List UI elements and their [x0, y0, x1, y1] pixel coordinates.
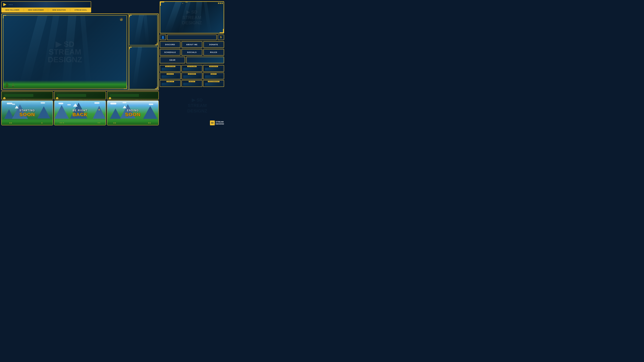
- alert-new-host: NEW HOST: [182, 80, 202, 87]
- info-bars: ♥ $ ♥: [1, 91, 159, 99]
- alert-tag-subscriber: NEW SUBSCRIBER: [165, 66, 175, 67]
- cloud: [94, 102, 100, 104]
- ray: [134, 15, 144, 45]
- alert-tag-superchat: SUPER CHAT: [166, 81, 174, 82]
- rules-button[interactable]: RULES: [203, 49, 224, 56]
- brb-bottom: BACK: [54, 112, 106, 117]
- profile-bar: 👤 $: [160, 34, 224, 40]
- stream-right-panels: [128, 14, 158, 90]
- corner: [130, 47, 132, 49]
- ground: [54, 118, 106, 125]
- alert-new-bits: NEW BITS: [203, 72, 224, 79]
- main-container: ■ ■ ■ ▶ ■ NEW FOLLOWER NEW SUBSCRIBER NE…: [0, 0, 226, 127]
- alert-new-subscriber: NEW SUBSCRIBER: [160, 65, 181, 72]
- alert-row-1: NEW SUBSCRIBER NEW FOLLOWER NEW DONATION: [160, 65, 224, 72]
- gear-button[interactable]: GEAR: [160, 57, 185, 63]
- alert-row-2: GIFTED SUB NEW MEMBER NEW BITS: [160, 72, 224, 79]
- play-icon: [3, 3, 6, 6]
- scene-ending-soon: ✿ ✿ ✿ ✿ ENDING SOON: [107, 100, 159, 125]
- flower: ✦ ✦ ✦: [60, 122, 64, 124]
- alert-body: [162, 83, 179, 86]
- pixel-figure: 🧑: [119, 17, 123, 21]
- left-column: ■ ■ ■ ▶ ■ NEW FOLLOWER NEW SUBSCRIBER NE…: [1, 1, 159, 125]
- starting-soon-bottom: SOON: [2, 112, 53, 117]
- sd-logo: SD: [210, 120, 215, 125]
- brand-name: STREAM: [216, 121, 224, 123]
- snow-cap: [15, 105, 19, 108]
- pixel-dots-top: [186, 2, 188, 2]
- right-sidebar: ▶ SDSTREAMDESIGNZ 👤: [160, 1, 224, 125]
- alert-body: [205, 68, 222, 71]
- dollar-icon-box: $: [218, 34, 224, 40]
- profile-icon-box: 👤: [160, 34, 166, 40]
- discord-button[interactable]: DISCORD: [160, 41, 180, 48]
- stream-main: ▶ SDSTREAMDESIGNZ 🧑: [2, 14, 128, 90]
- scene-be-right-back: ✦ ✦ ✦ ✦ ✦ ★ BE RIGHT BACK: [54, 100, 106, 125]
- heart-icon-2: ♥: [109, 97, 111, 99]
- profile-icon: 👤: [161, 36, 164, 39]
- ray-4: [80, 15, 92, 88]
- alert-tag-host: NEW HOST: [189, 81, 195, 82]
- light-rays: [4, 15, 126, 88]
- alert-divider: [70, 9, 70, 11]
- alert-tag-gifted-sub: GIFTED SUB: [167, 73, 174, 75]
- alert-bar-top: ■ ■ ■ ▶ ■: [2, 1, 91, 8]
- alert-gifted-sub: GIFTED SUB: [160, 72, 181, 79]
- alert-label-goal: STREAM GOAL: [74, 9, 87, 11]
- donate-button[interactable]: DONATE: [203, 41, 224, 48]
- flower: ✿ ✿: [9, 122, 12, 124]
- sd-logo-text: SD: [211, 122, 214, 124]
- info-bar-text: [4, 94, 33, 97]
- socials-button[interactable]: SOCIALS: [182, 49, 202, 56]
- schedule-button[interactable]: SCHEDULE: [160, 49, 180, 56]
- starting-soon-text: STARTING SOON: [2, 109, 53, 117]
- ending-soon-text: ENDING SOON: [107, 109, 158, 117]
- about-me-button[interactable]: ABOUT ME: [182, 41, 202, 48]
- flower: ✿ ✿: [148, 122, 151, 124]
- snow-cap: [73, 103, 78, 107]
- cloud: [7, 103, 12, 104]
- cloud: [149, 104, 153, 105]
- flower: ✿ ✿: [113, 122, 116, 124]
- scene-panels: ✿ ✿ ✿ STARTING SOON: [1, 100, 159, 125]
- alert-new-member: NEW MEMBER: [182, 72, 202, 79]
- dot: [186, 2, 186, 2]
- alert-gifted-membership: GIFTED MEMBERSHIP: [203, 80, 224, 87]
- ray: [204, 2, 211, 33]
- info-bar-3: ♥: [107, 91, 159, 99]
- alert-tag-member: NEW MEMBER: [188, 73, 196, 75]
- alert-new-donation: NEW DONATION: [203, 65, 224, 72]
- ray: [144, 15, 149, 45]
- nav-row-3: GEAR: [160, 57, 224, 63]
- alert-icons: ■ ■ ■ ▶ ■: [3, 3, 12, 6]
- corner: [155, 43, 157, 45]
- snow-cap: [123, 105, 126, 108]
- brb-text: BE RIGHT BACK: [54, 109, 106, 117]
- heart-icon: ♥: [3, 97, 6, 99]
- ground: [107, 118, 158, 125]
- webcam-pixel-dots: [218, 2, 223, 4]
- webcam-watermark: ▶ SDSTREAMDESIGNZ: [182, 9, 202, 25]
- empty-button[interactable]: [186, 57, 224, 63]
- alert-body: [162, 68, 179, 71]
- pixel-dot: [220, 2, 221, 4]
- ray: [164, 2, 182, 33]
- terrain: [4, 80, 126, 88]
- alert-tag-gifted-membership: GIFTED MEMBERSHIP: [208, 81, 220, 82]
- corner: [130, 15, 132, 17]
- alert-body: [183, 68, 200, 71]
- cloud: [110, 103, 116, 104]
- info-bar-2: $: [54, 91, 106, 99]
- nav-row-2: SCHEDULE SOCIALS RULES: [160, 49, 224, 56]
- cloud: [122, 102, 126, 103]
- nav-buttons: DISCORD ABOUT ME DONATE SCHEDULE SOCI: [160, 41, 224, 63]
- pixel-dots-row2: [182, 3, 183, 4]
- flower: ✦ ✦: [98, 122, 100, 124]
- top-panel-bg: [130, 15, 157, 45]
- dot: [182, 3, 183, 4]
- profile-bar-line: [167, 34, 217, 40]
- alert-label-donation: NEW DONATION: [52, 9, 66, 11]
- alert-tag-donation: NEW DONATION: [209, 66, 218, 67]
- dollar-icon: $: [220, 36, 222, 39]
- stream-panel-bottom: [129, 47, 158, 89]
